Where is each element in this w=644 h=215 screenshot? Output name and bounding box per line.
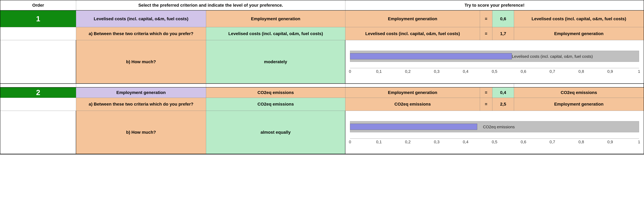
chart-axis-1: 00,10,20,30,40,50,60,70,80,91 bbox=[350, 68, 639, 76]
chart-bar-label: Levelised costs (incl. capital, o&m, fue… bbox=[512, 54, 593, 59]
axis-tick: 0,5 bbox=[492, 140, 497, 144]
axis-tick: 0 bbox=[349, 140, 351, 144]
comparison-chart-2: CO2eq emissions 00,10,20,30,40,50,60,70,… bbox=[350, 117, 639, 148]
score-row1-right: CO2eq emissions bbox=[514, 87, 644, 98]
criterion-b[interactable]: Employment generation bbox=[206, 10, 345, 27]
answer-a[interactable]: CO2eq emissions bbox=[206, 98, 345, 111]
score-row2-value: 2,5 bbox=[492, 98, 514, 111]
axis-tick: 0,7 bbox=[550, 140, 555, 144]
score-row1-value[interactable]: 0,4 bbox=[492, 87, 514, 98]
score-row1-left: Employment generation bbox=[345, 10, 480, 27]
axis-tick: 0,3 bbox=[434, 69, 440, 74]
spacer-row bbox=[0, 83, 644, 87]
blank-cell bbox=[0, 40, 76, 83]
equals-sign: = bbox=[480, 98, 492, 111]
axis-tick: 0,6 bbox=[521, 140, 526, 144]
order-number: 1 bbox=[0, 10, 76, 27]
score-row1-left: Employment generation bbox=[345, 87, 480, 98]
axis-tick: 1 bbox=[638, 140, 640, 144]
header-score: Try to score your preference! bbox=[345, 0, 644, 10]
criterion-b[interactable]: CO2eq emissions bbox=[206, 87, 345, 98]
header-select: Select the preferred criterion and indic… bbox=[76, 0, 345, 10]
axis-tick: 0,2 bbox=[405, 140, 411, 144]
criterion-a[interactable]: Employment generation bbox=[76, 87, 206, 98]
axis-tick: 0,8 bbox=[578, 140, 584, 144]
chart-axis-2: 00,10,20,30,40,50,60,70,80,91 bbox=[350, 139, 639, 146]
score-row2-left: Levelised costs (incl. capital, o&m, fue… bbox=[345, 27, 480, 40]
blank-cell bbox=[0, 98, 76, 111]
score-row2-right: Employment generation bbox=[514, 27, 644, 40]
score-row1-value[interactable]: 0,6 bbox=[492, 10, 514, 27]
header-order: Order bbox=[0, 0, 76, 10]
blank-cell bbox=[0, 111, 76, 154]
axis-tick: 0,7 bbox=[550, 69, 555, 74]
answer-b[interactable]: moderately bbox=[206, 40, 345, 83]
answer-b[interactable]: almost equally bbox=[206, 111, 345, 154]
comparison-table: Order Select the preferred criterion and… bbox=[0, 0, 644, 154]
score-row2-right: Employment generation bbox=[514, 98, 644, 111]
axis-tick: 0,9 bbox=[607, 69, 613, 74]
equals-sign: = bbox=[480, 10, 492, 27]
question-a: a) Between these two criteria which do y… bbox=[76, 27, 206, 40]
score-row2-left: CO2eq emissions bbox=[345, 98, 480, 111]
blank-cell bbox=[0, 27, 76, 40]
chart-bar-label: CO2eq emissions bbox=[483, 125, 515, 129]
group-1-question-b-row: b) How much? moderately Levelised costs … bbox=[0, 40, 644, 83]
axis-tick: 0,8 bbox=[578, 69, 584, 74]
chart-bar-value bbox=[350, 53, 512, 59]
axis-tick: 0,6 bbox=[521, 69, 526, 74]
comparison-chart-1: Levelised costs (incl. capital, o&m, fue… bbox=[350, 46, 639, 77]
order-number: 2 bbox=[0, 87, 76, 98]
axis-tick: 0,2 bbox=[405, 69, 411, 74]
axis-tick: 0,4 bbox=[463, 69, 468, 74]
axis-tick: 0,1 bbox=[376, 69, 382, 74]
chart-bar-value bbox=[350, 124, 477, 130]
axis-tick: 1 bbox=[638, 69, 640, 74]
group-1-question-a-row: a) Between these two criteria which do y… bbox=[0, 27, 644, 40]
axis-tick: 0,3 bbox=[434, 140, 440, 144]
question-b: b) How much? bbox=[76, 40, 206, 83]
group-2-question-b-row: b) How much? almost equally CO2eq emissi… bbox=[0, 111, 644, 154]
axis-tick: 0,4 bbox=[463, 140, 468, 144]
group-2-criteria-row: 2 Employment generation CO2eq emissions … bbox=[0, 87, 644, 98]
axis-tick: 0,9 bbox=[607, 140, 613, 144]
chart-cell-1: Levelised costs (incl. capital, o&m, fue… bbox=[345, 40, 644, 83]
question-a: a) Between these two criteria which do y… bbox=[76, 98, 206, 111]
equals-sign: = bbox=[480, 87, 492, 98]
axis-tick: 0,1 bbox=[376, 140, 382, 144]
answer-a[interactable]: Levelised costs (incl. capital, o&m, fue… bbox=[206, 27, 345, 40]
chart-cell-2: CO2eq emissions 00,10,20,30,40,50,60,70,… bbox=[345, 111, 644, 154]
question-b: b) How much? bbox=[76, 111, 206, 154]
group-2-question-a-row: a) Between these two criteria which do y… bbox=[0, 98, 644, 111]
score-row1-right: Levelised costs (incl. capital, o&m, fue… bbox=[514, 10, 644, 27]
axis-tick: 0 bbox=[349, 69, 351, 74]
equals-sign: = bbox=[480, 27, 492, 40]
criterion-a[interactable]: Levelised costs (incl. capital, o&m, fue… bbox=[76, 10, 206, 27]
header-row: Order Select the preferred criterion and… bbox=[0, 0, 644, 10]
group-1-criteria-row: 1 Levelised costs (incl. capital, o&m, f… bbox=[0, 10, 644, 27]
axis-tick: 0,5 bbox=[492, 69, 497, 74]
score-row2-value: 1,7 bbox=[492, 27, 514, 40]
